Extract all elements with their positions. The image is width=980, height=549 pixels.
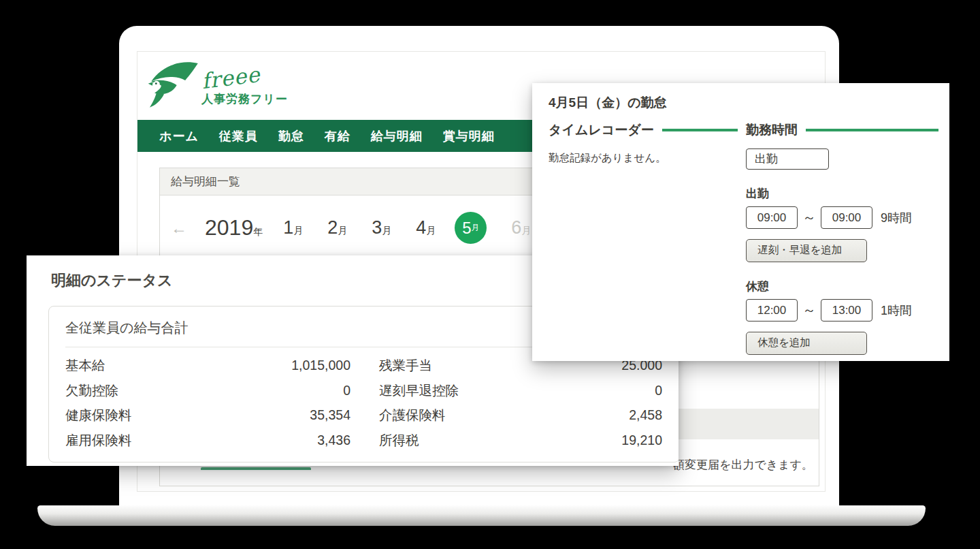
logo-texts: freee 人事労務フリー xyxy=(201,65,288,107)
work-start-input[interactable]: 09:00 xyxy=(746,206,798,229)
work-time-section: 勤務時間 出勤 出勤 09:00 ～ 09:00 9時間 遅刻・早退を追加 休憩… xyxy=(746,121,938,355)
clock-in-button[interactable]: 出勤 xyxy=(746,148,829,170)
break-end-input[interactable]: 13:00 xyxy=(821,299,872,321)
month-tab-3[interactable]: 3月 xyxy=(372,217,391,238)
work-time-heading: 勤務時間 xyxy=(746,121,938,139)
work-time-row: 09:00 ～ 09:00 9時間 xyxy=(746,206,938,229)
row-value: 1,015,000 xyxy=(188,353,350,378)
break-label: 休憩 xyxy=(746,279,938,294)
logo-product-name: 人事労務フリー xyxy=(201,91,288,107)
row-label: 基本給 xyxy=(65,353,188,378)
green-rule xyxy=(806,129,938,131)
month-tab-1[interactable]: 1月 xyxy=(283,217,303,238)
work-label: 出勤 xyxy=(746,186,938,202)
status-card-title: 明細のステータス xyxy=(51,270,173,291)
year-label: 2019年 xyxy=(205,215,263,240)
table-row: 欠勤控除 0 遅刻早退控除 0 xyxy=(65,378,663,403)
row-value: 0 xyxy=(188,378,350,403)
nav-item-home[interactable]: ホーム xyxy=(159,128,199,144)
row-value: 19,210 xyxy=(502,428,662,453)
attendance-columns: タイムレコーダー 勤怠記録がありません。 勤務時間 出勤 出勤 09:00 ～ … xyxy=(549,121,938,355)
notification-text: 額変更届を出力できます。 xyxy=(673,457,813,473)
attendance-card-title: 4月5日（金）の勤怠 xyxy=(549,94,667,112)
break-start-input[interactable]: 12:00 xyxy=(746,299,798,321)
range-separator: ～ xyxy=(802,208,816,227)
time-recorder-heading: タイムレコーダー xyxy=(549,121,738,139)
attendance-card: 4月5日（金）の勤怠 タイムレコーダー 勤怠記録がありません。 勤務時間 出勤 … xyxy=(532,83,949,361)
nav-item-attendance[interactable]: 勤怠 xyxy=(278,128,304,144)
no-record-message: 勤怠記録がありません。 xyxy=(549,151,738,166)
row-label: 介護保険料 xyxy=(379,403,502,428)
freee-logo[interactable]: freee 人事労務フリー xyxy=(147,61,288,109)
row-label: 遅刻早退控除 xyxy=(379,378,502,403)
green-rule xyxy=(662,129,738,131)
row-value: 0 xyxy=(502,378,662,403)
month-tab-4[interactable]: 4月 xyxy=(416,217,436,238)
nav-item-paid-leave[interactable]: 有給 xyxy=(325,128,350,144)
month-tab-2[interactable]: 2月 xyxy=(327,217,347,238)
freee-swallow-logo-icon xyxy=(147,61,200,109)
month-tab-6[interactable]: 6月 xyxy=(511,217,531,238)
row-label: 健康保険料 xyxy=(65,403,188,428)
row-value: 35,354 xyxy=(188,403,350,428)
nav-item-employees[interactable]: 従業員 xyxy=(219,128,258,144)
range-separator: ～ xyxy=(802,301,816,319)
row-label: 欠勤控除 xyxy=(65,378,188,403)
table-row: 健康保険料 35,354 介護保険料 2,458 xyxy=(65,403,663,428)
row-label: 雇用保険料 xyxy=(65,428,188,453)
table-row: 雇用保険料 3,436 所得税 19,210 xyxy=(65,428,663,453)
logo-wordmark: freee xyxy=(200,62,261,93)
row-value: 3,436 xyxy=(188,428,350,453)
break-duration: 1時間 xyxy=(881,302,912,319)
row-label: 残業手当 xyxy=(379,353,502,378)
work-end-input[interactable]: 09:00 xyxy=(821,206,872,229)
time-recorder-section: タイムレコーダー 勤怠記録がありません。 xyxy=(549,121,738,355)
add-late-early-button[interactable]: 遅刻・早退を追加 xyxy=(746,239,867,262)
break-time-row: 12:00 ～ 13:00 1時間 xyxy=(746,299,938,321)
prev-year-arrow-icon[interactable]: ← xyxy=(171,219,187,238)
laptop-base xyxy=(37,505,926,526)
month-selector: ← 2019年 1月 2月 3月 4月 5月 6月 xyxy=(171,212,531,244)
salary-total-table: 基本給 1,015,000 残業手当 25.000 欠勤控除 0 遅刻早退控除 … xyxy=(49,347,679,452)
work-duration: 9時間 xyxy=(881,210,912,226)
nav-item-payslips[interactable]: 給与明細 xyxy=(371,128,423,144)
add-break-button[interactable]: 休憩を追加 xyxy=(746,332,867,355)
nav-item-bonus[interactable]: 賞与明細 xyxy=(443,128,495,144)
marketing-stage: freee 人事労務フリー ホーム 従業員 勤怠 有給 給与明細 賞与明細 給与… xyxy=(0,0,980,549)
hidden-green-button-top xyxy=(201,467,311,470)
row-value: 2,458 xyxy=(502,403,662,428)
month-tab-5-selected[interactable]: 5月 xyxy=(455,212,487,244)
row-label: 所得税 xyxy=(379,428,502,453)
